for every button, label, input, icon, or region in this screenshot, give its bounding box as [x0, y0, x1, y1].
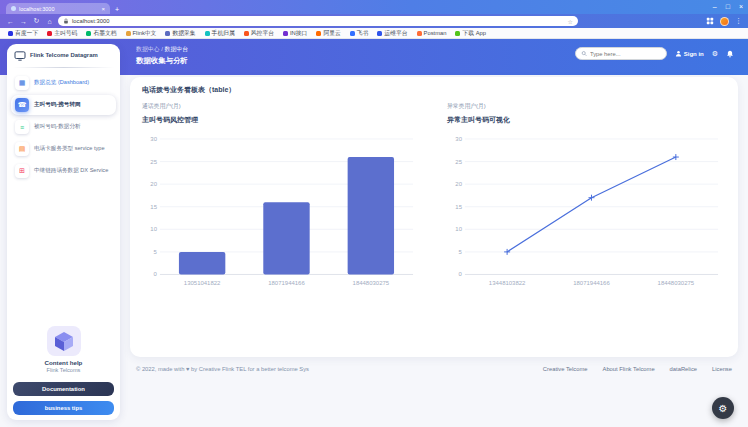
bookmark-label: 运维平台	[384, 29, 407, 38]
home-icon[interactable]: ⌂	[45, 18, 54, 25]
new-tab-button[interactable]: +	[115, 6, 119, 13]
window-close-button[interactable]: ×	[739, 1, 743, 13]
settings-gear-icon[interactable]: ⚙	[712, 50, 718, 57]
reload-icon[interactable]: ↻	[32, 17, 41, 25]
breadcrumb-separator: /	[161, 46, 163, 52]
bar-chart: 0510152025301305104182218071944166184480…	[142, 133, 421, 290]
line-chart-title: 异常主叫号码可视化	[447, 115, 726, 125]
page-title: 数据收集与分析	[136, 56, 188, 66]
bookmark-favicon	[47, 31, 52, 36]
main-content: 数据中心 / 数据中台 数据收集与分析	[128, 39, 748, 427]
bookmark-favicon	[455, 31, 460, 36]
svg-text:20: 20	[150, 181, 157, 187]
back-icon[interactable]: ←	[6, 18, 15, 25]
bookmark-label: IN接口	[290, 29, 307, 38]
svg-text:18448030275: 18448030275	[353, 280, 390, 286]
sidebar-item-label: 电话卡服务类型 service type	[34, 145, 105, 152]
search-icon	[581, 50, 587, 57]
bookmark-label: 主叫号码	[54, 29, 77, 38]
bookmark-favicon	[244, 31, 249, 36]
tab-title: localhost:3000	[19, 6, 98, 12]
browser-tab-strip: localhost:3000 × + – □ ×	[0, 0, 748, 14]
line-chart-subtitle: 异常类用户(月)	[447, 102, 726, 111]
browser-menu-icon[interactable]: ⋮	[735, 17, 742, 25]
footer-link[interactable]: License	[712, 366, 732, 372]
forward-icon[interactable]: →	[19, 18, 28, 25]
bookmark-favicon	[350, 31, 355, 36]
sidebar-nav-item[interactable]: ▤ 电话卡服务类型 service type	[11, 139, 116, 159]
bookmark-label: 数据采集	[172, 29, 195, 38]
bookmark-label: 下载 App	[462, 29, 486, 38]
tab-close-icon[interactable]: ×	[101, 6, 105, 12]
bookmark-label: 百度一下	[15, 29, 38, 38]
sidebar-item-icon: ▤	[15, 142, 29, 156]
bookmark-item[interactable]: 风控平台	[244, 29, 274, 38]
bookmark-item[interactable]: 下载 App	[455, 29, 486, 38]
window-controls: – □ ×	[713, 1, 743, 13]
settings-fab[interactable]: ⚙	[712, 397, 734, 419]
footer-link[interactable]: dataRelice	[670, 366, 697, 372]
sidebar-help-card: Content help Flink Telcoms	[7, 320, 120, 382]
window-minimize-button[interactable]: –	[713, 1, 717, 13]
bookmark-label: 风控平台	[251, 29, 274, 38]
sidebar-item-label: 中继链路话务数据 DX Service	[34, 167, 108, 174]
sidebar-nav-item[interactable]: ▦ 数据总览 (Dashboard)	[11, 73, 116, 93]
bookmark-label: 石墨文档	[93, 29, 116, 38]
person-icon	[675, 50, 682, 57]
documentation-button[interactable]: Documentation	[13, 382, 114, 396]
lock-icon	[63, 18, 69, 24]
tab-favicon	[11, 6, 16, 11]
extensions-icon[interactable]	[706, 17, 714, 25]
sidebar-nav-item[interactable]: ☎ 主叫号码-携号转网	[11, 95, 116, 115]
sidebar-nav-item[interactable]: ≡ 被叫号码-数据分析	[11, 117, 116, 137]
sign-in-button[interactable]: Sign in	[675, 50, 704, 57]
sidebar: Flink Telcome Datagram ▦ 数据总览 (Dashboard…	[7, 44, 120, 420]
bookmark-item[interactable]: 数据采集	[165, 29, 195, 38]
bookmark-label: 手机归属	[212, 29, 235, 38]
svg-text:30: 30	[150, 136, 157, 142]
svg-text:10: 10	[455, 226, 462, 232]
breadcrumb-root[interactable]: 数据中心	[136, 46, 160, 52]
footer-links: Creative Telcome About Flink Telcome dat…	[543, 366, 732, 372]
bookmark-item[interactable]: 手机归属	[205, 29, 235, 38]
help-subtitle: Flink Telcoms	[13, 367, 114, 373]
sidebar-item-label: 被叫号码-数据分析	[34, 123, 81, 130]
svg-text:15: 15	[455, 204, 462, 210]
bookmark-item[interactable]: 阿里云	[316, 29, 340, 38]
profile-avatar[interactable]	[720, 17, 729, 26]
bookmark-item[interactable]: 运维平台	[377, 29, 407, 38]
bookmark-star-icon[interactable]: ☆	[568, 18, 573, 25]
footer-link[interactable]: About Flink Telcome	[603, 366, 655, 372]
navbar-actions: Sign in ⚙	[575, 47, 734, 60]
sidebar-brand[interactable]: Flink Telcome Datagram	[7, 44, 120, 66]
bar-chart-subtitle: 通话类用户(月)	[142, 102, 421, 111]
business-tips-button[interactable]: business tips	[13, 401, 114, 415]
bookmark-item[interactable]: 主叫号码	[47, 29, 77, 38]
window-maximize-button[interactable]: □	[726, 1, 730, 13]
bookmark-item[interactable]: 百度一下	[8, 29, 38, 38]
svg-text:5: 5	[459, 249, 463, 255]
notifications-bell-icon[interactable]	[726, 50, 734, 58]
bookmark-label: 阿里云	[323, 29, 340, 38]
bookmark-item[interactable]: Postman	[417, 30, 447, 36]
svg-text:18071944166: 18071944166	[573, 280, 610, 286]
bookmark-item[interactable]: 石墨文档	[86, 29, 116, 38]
bookmark-favicon	[126, 31, 131, 36]
sidebar-nav: ▦ 数据总览 (Dashboard) ☎ 主叫号码-携号转网 ≡ 被叫号码-数据…	[7, 71, 120, 183]
sign-in-label: Sign in	[684, 51, 704, 57]
bookmark-item[interactable]: 飞书	[350, 29, 369, 38]
browser-tab[interactable]: localhost:3000 ×	[6, 3, 110, 14]
footer-link[interactable]: Creative Telcome	[543, 366, 588, 372]
search-input[interactable]	[590, 51, 661, 57]
search-box[interactable]	[575, 47, 667, 60]
bar-chart-title: 主叫号码风控管理	[142, 115, 421, 125]
url-field[interactable]: localhost:3000 ☆	[58, 16, 578, 26]
browser-toolbar-right: ⋮	[706, 17, 742, 26]
bookmark-item[interactable]: IN接口	[283, 29, 307, 38]
sidebar-item-icon: ▦	[15, 76, 29, 90]
bookmark-item[interactable]: Flink中文	[126, 29, 157, 38]
sidebar-item-icon: ⊞	[15, 164, 29, 178]
help-illustration	[47, 326, 81, 356]
sidebar-nav-item[interactable]: ⊞ 中继链路话务数据 DX Service	[11, 161, 116, 181]
breadcrumb-current: 数据中台	[164, 46, 188, 52]
